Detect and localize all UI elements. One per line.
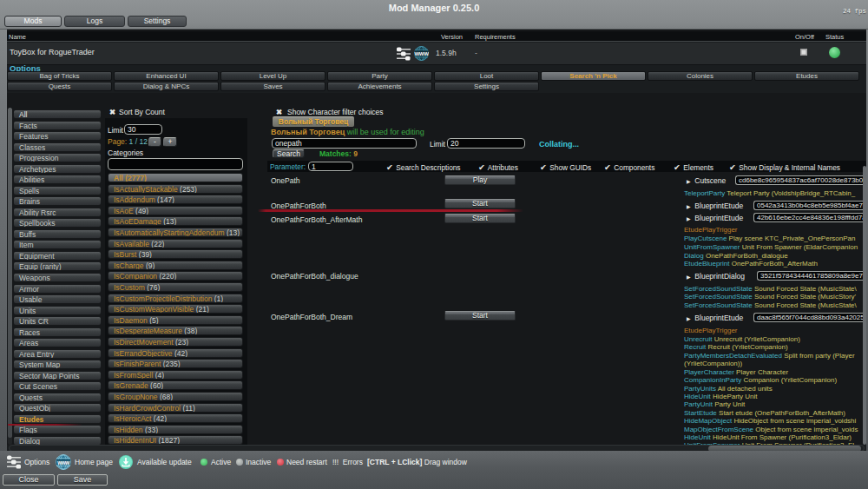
svg-text:WWW: WWW	[414, 51, 429, 56]
svg-text:www: www	[56, 459, 69, 466]
